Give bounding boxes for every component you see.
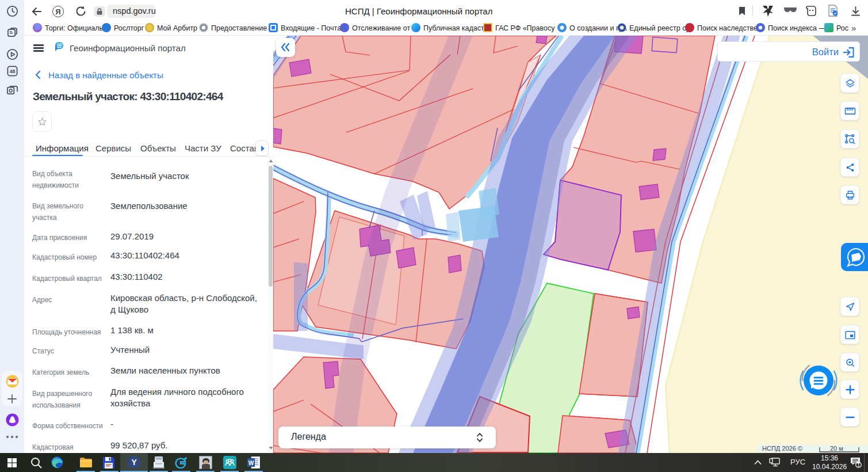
svg-text:W: W: [248, 460, 254, 466]
svg-text:1: 1: [857, 462, 860, 468]
svg-text:48: 48: [9, 68, 15, 74]
